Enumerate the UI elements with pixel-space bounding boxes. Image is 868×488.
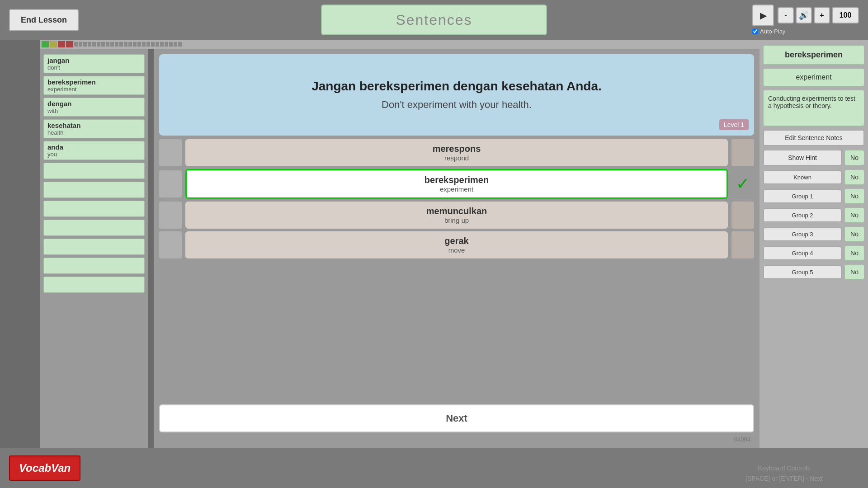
choice-button[interactable]: memunculkan bring up	[185, 202, 728, 229]
group3-no-badge: No	[844, 226, 864, 242]
list-item[interactable]: dengan with	[43, 98, 145, 117]
progress-seg-gray21	[165, 42, 168, 47]
progress-seg-gray8	[106, 42, 109, 47]
choice-button[interactable]: gerak move	[185, 231, 728, 258]
known-row: Known No	[763, 169, 864, 185]
word-translation: experiment	[47, 86, 141, 93]
group1-row: Group 1 No	[763, 188, 864, 204]
group1-no-badge: No	[844, 188, 864, 204]
choice-check-empty	[731, 139, 754, 166]
volume-icon: 🔊	[796, 7, 812, 23]
choice-icon	[159, 202, 182, 229]
autoplay-row: Auto-Play	[752, 28, 859, 35]
choice-check-empty	[731, 231, 754, 258]
choice-icon	[159, 139, 182, 166]
word-main: anda	[47, 143, 141, 151]
volume-controls: - 🔊 + 100	[778, 7, 859, 23]
list-item-empty	[43, 239, 145, 255]
audio-controls: ▶ - 🔊 + 100 Auto-Play	[752, 5, 859, 35]
group1-button[interactable]: Group 1	[763, 189, 842, 203]
group4-row: Group 4 No	[763, 245, 864, 261]
progress-seg-gray16	[142, 42, 146, 47]
next-button[interactable]: Next	[159, 404, 754, 432]
word-main: dengan	[47, 100, 141, 108]
known-no-badge: No	[844, 169, 864, 185]
progress-segments	[42, 41, 182, 47]
autoplay-label: Auto-Play	[760, 28, 785, 35]
group5-button[interactable]: Group 5	[763, 265, 842, 279]
hint-row: Show Hint No	[763, 150, 864, 166]
choice-row: gerak move	[159, 231, 754, 258]
word-main: kesehatan	[47, 122, 141, 129]
choice-word: merespons	[433, 144, 481, 154]
progress-seg-gray17	[146, 42, 150, 47]
list-item-empty	[43, 220, 145, 236]
volume-display: 100	[832, 7, 859, 23]
right-panel-word: bereksperimen	[763, 45, 864, 65]
progress-seg-gray20	[160, 42, 164, 47]
group3-button[interactable]: Group 3	[763, 227, 842, 241]
word-main: bereksperimen	[47, 78, 141, 86]
show-hint-button[interactable]: Show Hint	[763, 150, 842, 166]
right-panel-description: Conducting experiments to test a hypothe…	[763, 90, 864, 126]
play-button[interactable]: ▶	[752, 5, 774, 26]
word-list: jangan don't bereksperimen experiment de…	[40, 49, 148, 448]
word-translation: you	[47, 151, 141, 158]
progress-seg-gray2	[79, 42, 82, 47]
right-panel-meaning: experiment	[763, 68, 864, 86]
choice-word: memunculkan	[426, 206, 487, 216]
list-item[interactable]: jangan don't	[43, 54, 145, 73]
keyboard-line1: Keyboard Controls	[745, 463, 823, 473]
keyboard-controls: Keyboard Controls [SPACE] or [ENTER] - N…	[745, 463, 823, 483]
choice-check-empty	[731, 202, 754, 229]
autoplay-checkbox[interactable]	[752, 28, 758, 34]
progress-seg-gray18	[151, 42, 155, 47]
hint-no-badge: No	[844, 150, 864, 165]
choice-word: bereksperimen	[425, 175, 489, 185]
group5-row: Group 5 No	[763, 264, 864, 280]
list-item[interactable]: anda you	[43, 141, 145, 160]
choice-button[interactable]: merespons respond	[185, 139, 728, 166]
volume-minus-button[interactable]: -	[778, 7, 794, 23]
progress-bar	[40, 40, 828, 49]
progress-seg-gray13	[128, 42, 132, 47]
group4-no-badge: No	[844, 245, 864, 261]
progress-seg-gray22	[169, 42, 173, 47]
edit-sentence-button[interactable]: Edit Sentence Notes	[763, 130, 864, 146]
progress-seg-gray4	[88, 42, 91, 47]
item-id: 04004	[159, 436, 754, 443]
progress-seg-gray19	[156, 42, 159, 47]
group2-no-badge: No	[844, 207, 864, 223]
right-panel: bereksperimen experiment Conducting expe…	[760, 40, 868, 488]
list-item[interactable]: kesehatan health	[43, 119, 145, 138]
choice-row: merespons respond	[159, 139, 754, 166]
list-item-empty	[43, 201, 145, 217]
end-lesson-button[interactable]: End Lesson	[9, 9, 79, 31]
list-item[interactable]: bereksperimen experiment	[43, 76, 145, 95]
title-box: Sentences	[321, 5, 547, 35]
choice-translation: move	[448, 246, 465, 254]
list-item-empty	[43, 258, 145, 274]
choice-button-selected[interactable]: bereksperimen experiment	[185, 169, 728, 199]
group4-button[interactable]: Group 4	[763, 246, 842, 260]
progress-seg-red2	[66, 41, 73, 47]
volume-plus-button[interactable]: +	[814, 7, 830, 23]
word-translation: health	[47, 129, 141, 136]
progress-seg-gray5	[92, 42, 96, 47]
choices-area: merespons respond bereksperimen experime…	[159, 139, 754, 399]
choice-translation: experiment	[440, 185, 473, 193]
choice-translation: respond	[444, 154, 469, 162]
progress-seg-gray24	[178, 42, 182, 47]
sentence-translation: Don't experiment with your health.	[382, 99, 532, 111]
group3-row: Group 3 No	[763, 226, 864, 242]
group2-button[interactable]: Group 2	[763, 208, 842, 222]
known-button[interactable]: Known	[763, 170, 842, 184]
progress-seg-gray7	[101, 42, 105, 47]
progress-seg-gray14	[133, 42, 137, 47]
progress-seg-gray1	[74, 42, 78, 47]
list-item-empty	[43, 182, 145, 198]
progress-seg-gray23	[174, 42, 177, 47]
bottom-bar: VocabVan Keyboard Controls [SPACE] or [E…	[0, 448, 868, 488]
center-area: Jangan bereksperimen dengan kesehatan An…	[154, 49, 760, 448]
choice-row: memunculkan bring up	[159, 202, 754, 229]
